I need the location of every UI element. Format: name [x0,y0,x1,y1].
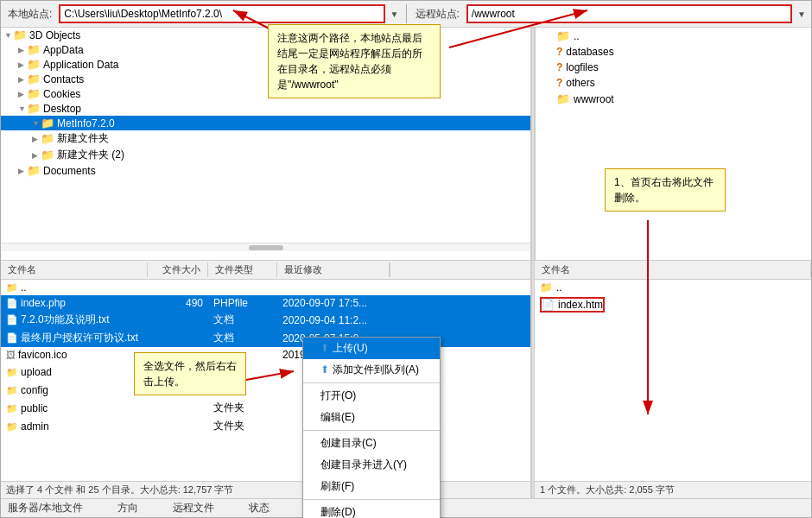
tree-item-8[interactable]: ▶📁新建文件夹 (2) [1,147,530,163]
remote-file-row-0[interactable]: 📁.. [535,280,811,295]
tree-label-9: Documents [43,165,96,177]
file-row-8[interactable]: 📁admin 文件夹 [1,417,530,435]
file-row-0[interactable]: 📁.. [1,280,530,295]
file-name-4: 🖼favicon.ico [1,348,148,362]
remote-tree-label-3: others [566,77,594,89]
file-type-2: 文档 [208,312,277,328]
status-col1: 服务器/本地文件 [8,501,83,515]
local-path-input[interactable] [59,4,384,23]
col-header-name: 文件名 [1,262,148,277]
remote-tree-item-3[interactable]: ?others [536,75,811,91]
remote-tree-item-2[interactable]: ?logfiles [536,60,811,75]
remote-files-status: 1 个文件。大小总共: 2,055 字节 [535,481,811,498]
menu-item-7[interactable]: 创建目录并进入(Y) [303,454,440,476]
file-row-6[interactable]: 📁config 文件夹 [1,381,530,399]
tree-item-1[interactable]: ▶📁AppData [1,42,530,57]
tree-item-6[interactable]: ▼📁MetInfo7.2.0 [1,116,530,130]
files-table: 📁.. 📄index.php 490 PHPfile 2020-09-07 17… [1,280,530,481]
tree-label-0: 3D Objects [29,29,80,41]
file-row-2[interactable]: 📄7.2.0功能及说明.txt 文档 2020-09-04 11:2... [1,311,530,329]
tree-label-2: Application Data [43,59,118,71]
context-menu: ⬆上传(U)⬆添加文件到队列(A)打开(O)编辑(E)创建目录(C)创建目录并进… [302,337,441,518]
remote-files-body: 📁..📄index.htm [535,280,811,481]
tree-label-3: Contacts [43,73,84,85]
menu-item-4[interactable]: 编辑(E) [303,407,440,428]
remote-tree-item-0[interactable]: 📁.. [536,28,811,44]
annotation-bubble-2: 全选文件，然后右右击上传。 [134,352,246,395]
file-row-3[interactable]: 📄最终用户授权许可协议.txt 文档 2020-05-07 15:0... [1,329,530,347]
remote-path-section: 远程站点: ▼ [412,4,809,23]
file-row-7[interactable]: 📁public 文件夹 [1,399,530,417]
remote-files-header: 文件名 [535,261,811,280]
menu-item-1[interactable]: ⬆添加文件到队列(A) [303,359,440,381]
remote-file-name-0: 📁.. [540,281,562,294]
file-type-8: 文件夹 [208,418,277,434]
tree-item-7[interactable]: ▶📁新建文件夹 [1,130,530,147]
remote-tree-item-4[interactable]: 📁wwwroot [536,91,811,107]
file-name-7: 📁public [1,401,148,415]
status-col3: 远程文件 [173,501,214,515]
tree-item-4[interactable]: ▶📁Cookies [1,86,530,101]
annotation-bubble-3: 1、首页右击将此文件删除。 [605,168,726,212]
h-scrollbar-thumb[interactable] [249,245,283,250]
right-files-panel: 文件名 📁..📄index.htm 1 个文件。大小总共: 2,055 字节 [535,261,811,498]
tree-item-2[interactable]: ▶📁Application Data [1,57,530,72]
remote-tree-item-1[interactable]: ?databases [536,44,811,60]
remote-path-input[interactable] [466,4,792,23]
remote-path-dropdown[interactable]: ▼ [796,8,808,21]
file-row-5[interactable]: 📁upload 文件夹 [1,363,530,381]
col-header-type: 文件类型 [208,262,277,277]
file-size-1: 490 [148,296,208,310]
menu-item-8[interactable]: 刷新(F) [303,476,440,497]
remote-tree-label-2: logfiles [566,61,598,73]
remote-tree-label-4: wwwroot [574,93,614,105]
tree-label-5: Desktop [43,103,81,115]
file-size-8 [148,426,208,427]
col-header-size: 文件大小 [148,262,208,277]
tree-item-0[interactable]: ▼📁3D Objects [1,28,530,42]
file-type-7: 文件夹 [208,400,277,416]
files-status: 选择了 4 个文件 和 25 个目录。大小总共: 12,757 字节 [1,481,530,498]
file-name-0: 📁.. [1,281,148,294]
left-tree-body: ▼📁3D Objects▶📁AppData▶📁Application Data▶… [1,28,530,243]
menu-separator-2 [303,382,440,383]
file-name-3: 📄最终用户授权许可协议.txt [1,330,148,346]
file-modified-2: 2020-09-04 11:2... [277,313,390,327]
menu-item-3[interactable]: 打开(O) [303,385,440,407]
file-type-3: 文档 [208,330,277,346]
right-tree-panel: 📁..?databases?logfiles?others📁wwwroot [535,28,811,260]
left-files-panel: 文件名 文件大小 文件类型 最近修改 📁.. 📄index.php 490 PH… [1,261,531,498]
file-size-7 [148,407,208,409]
remote-path-label: 远程站点: [412,5,463,23]
tree-item-9[interactable]: ▶📁Documents [1,163,530,178]
file-type-1: PHPfile [208,296,277,310]
file-name-6: 📁config [1,383,148,397]
remote-col-header-name: 文件名 [535,262,811,277]
menu-item-6[interactable]: 创建目录(C) [303,433,440,454]
file-type-0 [208,287,277,288]
file-row-4[interactable]: 🖼favicon.ico 2019-05-19 ... [1,347,530,363]
left-tree-panel: ▼📁3D Objects▶📁AppData▶📁Application Data▶… [1,28,531,260]
file-size-2 [148,319,208,321]
file-name-5: 📁upload [1,365,148,379]
tree-label-7: 新建文件夹 [57,131,109,146]
remote-tree-label-1: databases [566,46,613,58]
file-size-0 [148,287,208,288]
local-path-dropdown[interactable]: ▼ [389,8,401,21]
col-header-modified: 最近修改 [277,262,390,277]
menu-separator-5 [303,430,440,431]
file-name-8: 📁admin [1,420,148,433]
menu-separator-9 [303,499,440,500]
tree-label-8: 新建文件夹 (2) [57,148,124,162]
local-path-label: 本地站点: [4,5,55,23]
remote-file-name-1: 📄index.htm [540,297,605,313]
file-row-1[interactable]: 📄index.php 490 PHPfile 2020-09-07 17:5..… [1,295,530,311]
file-name-1: 📄index.php [1,296,148,310]
menu-item-10[interactable]: 删除(D) [303,502,440,518]
remote-file-row-1[interactable]: 📄index.htm [535,295,811,314]
tree-item-3[interactable]: ▶📁Contacts [1,72,530,86]
tree-item-5[interactable]: ▼📁Desktop [1,101,530,116]
path-divider [406,4,407,23]
menu-item-0[interactable]: ⬆上传(U) [303,338,440,359]
tree-label-4: Cookies [43,88,80,100]
